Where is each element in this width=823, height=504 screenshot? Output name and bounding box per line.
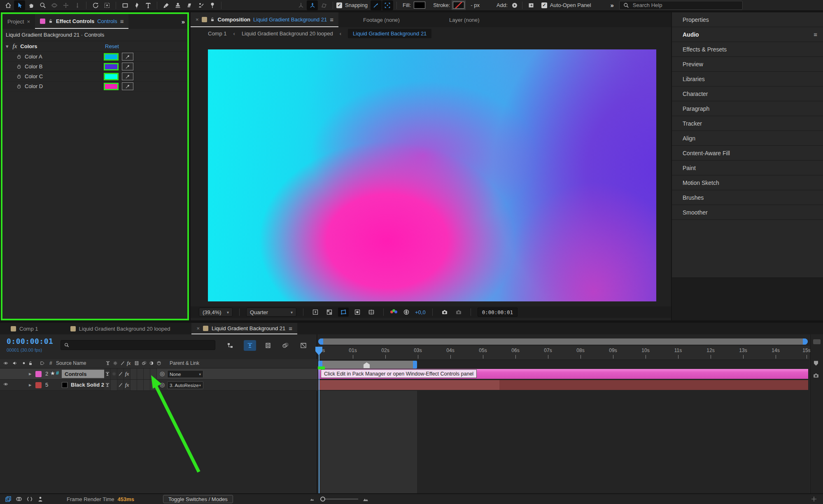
- camera-region-tool-icon[interactable]: [101, 0, 112, 10]
- puppet-pin-tool-icon[interactable]: [207, 0, 218, 10]
- graph-editor-icon[interactable]: [297, 340, 310, 351]
- snap-arrow-icon[interactable]: [371, 0, 382, 10]
- transfer-controls-icon[interactable]: [16, 496, 22, 502]
- layer-row-black-solid[interactable]: ▸ 5 Black Solid 2 fx ◎: [0, 380, 317, 391]
- sidebar-item-paint[interactable]: Paint: [672, 161, 823, 175]
- unlock-icon[interactable]: [210, 17, 215, 22]
- eyedropper-button[interactable]: [122, 72, 133, 80]
- close-icon[interactable]: ×: [27, 19, 30, 25]
- hand-tool-icon[interactable]: [26, 0, 37, 10]
- axis-local-icon[interactable]: [295, 0, 306, 10]
- sidebar-item-smoother[interactable]: Smoother: [672, 205, 823, 220]
- search-help-field[interactable]: Search Help: [619, 1, 743, 10]
- color-swatch[interactable]: [104, 53, 119, 61]
- sidebar-item-preview[interactable]: Preview: [672, 57, 823, 72]
- eyedropper-button[interactable]: [122, 53, 133, 61]
- render-queue-icon[interactable]: [37, 496, 44, 502]
- sidebar-item-motion-sketch[interactable]: Motion Sketch: [672, 175, 823, 190]
- adjustment-switch[interactable]: [144, 380, 150, 390]
- comp-marker[interactable]: [364, 362, 370, 368]
- quality-switch[interactable]: [117, 380, 124, 390]
- timeline-zoom-track[interactable]: [325, 499, 358, 499]
- stopwatch-icon[interactable]: [16, 74, 21, 79]
- layer-name-controls[interactable]: Controls: [62, 370, 105, 378]
- pan-camera-tool-icon[interactable]: [60, 0, 71, 10]
- sidebar-item-audio[interactable]: Audio≡: [672, 27, 823, 42]
- chevron-down-icon[interactable]: ▾: [6, 43, 9, 49]
- add-play-icon[interactable]: [511, 0, 519, 10]
- zoom-in-mountain-icon[interactable]: [362, 496, 369, 502]
- show-snapshot-icon[interactable]: [453, 308, 464, 317]
- mask-visibility-icon[interactable]: [352, 308, 363, 317]
- effect-group-header[interactable]: ▾ fx Colors Reset: [2, 41, 187, 52]
- dolly-camera-tool-icon[interactable]: [72, 0, 83, 10]
- breadcrumb-comp1[interactable]: Comp 1: [208, 30, 227, 37]
- in-out-columns-icon[interactable]: [26, 496, 33, 502]
- quality-switch[interactable]: [117, 369, 124, 379]
- tab-project[interactable]: Project ×: [2, 14, 35, 29]
- close-icon[interactable]: ×: [196, 325, 200, 331]
- panel-resize-icon[interactable]: [811, 496, 817, 502]
- comp-marker-bin-icon[interactable]: [813, 360, 819, 366]
- timeline-search-input[interactable]: [61, 340, 215, 350]
- timeline-zoom-knob[interactable]: [320, 497, 325, 502]
- composition-mini-flowchart-icon[interactable]: [224, 340, 236, 351]
- guides-options-icon[interactable]: [366, 308, 377, 317]
- stroke-label[interactable]: Stroke:: [433, 2, 450, 8]
- motion-blur-switch[interactable]: [137, 369, 144, 379]
- snapshot-icon[interactable]: [439, 308, 450, 317]
- eyedropper-button[interactable]: [122, 63, 133, 70]
- shy-switch[interactable]: [104, 369, 111, 379]
- pen-tool-icon[interactable]: [131, 0, 142, 10]
- layer-bar-black-solid[interactable]: [318, 380, 808, 390]
- work-area-bar[interactable]: [318, 361, 417, 369]
- layer-name-black-solid[interactable]: Black Solid 2: [71, 382, 104, 388]
- breadcrumb-current[interactable]: Liquid Gradient Background 21: [348, 29, 431, 38]
- panel-menu-icon[interactable]: ≡: [120, 18, 124, 25]
- parent-dropdown[interactable]: 3. AutoResize ▾: [167, 381, 203, 389]
- expand-layers-icon[interactable]: [5, 496, 12, 502]
- 3d-switch[interactable]: [150, 380, 157, 390]
- shy-toggle-icon[interactable]: [244, 340, 256, 351]
- playhead-line[interactable]: [319, 348, 319, 493]
- layer-label-chip[interactable]: [35, 371, 42, 377]
- roto-brush-tool-icon[interactable]: [195, 0, 206, 10]
- color-swatch[interactable]: [104, 73, 119, 80]
- sidebar-item-character[interactable]: Character: [672, 86, 823, 101]
- axis-world-icon[interactable]: [307, 0, 318, 10]
- 3d-switch[interactable]: [150, 369, 157, 379]
- sidebar-item-effects-presets[interactable]: Effects & Presets: [672, 42, 823, 57]
- toggle-switches-modes-button[interactable]: Toggle Switches / Modes: [163, 495, 233, 503]
- source-name-column-label[interactable]: Source Name: [56, 360, 86, 366]
- timeline-tab-comp1[interactable]: Comp 1: [6, 323, 43, 334]
- channel-colors-icon[interactable]: [390, 309, 398, 315]
- home-icon[interactable]: [2, 0, 14, 10]
- clone-stamp-tool-icon[interactable]: [172, 0, 183, 10]
- stopwatch-icon[interactable]: [16, 64, 21, 69]
- frame-blend-switch[interactable]: [131, 369, 137, 379]
- frame-blend-switch[interactable]: [131, 380, 137, 390]
- expand-layer-icon[interactable]: ▸: [29, 382, 32, 388]
- parent-pickwhip-icon[interactable]: ◎: [160, 370, 165, 377]
- auto-open-checkbox[interactable]: ✓: [541, 2, 547, 8]
- sidebar-item-content-aware-fill[interactable]: Content-Aware Fill: [672, 146, 823, 161]
- color-swatch[interactable]: [104, 63, 119, 70]
- resolution-dropdown[interactable]: Quarter ▾: [246, 308, 296, 317]
- fill-label[interactable]: Fill:: [403, 2, 411, 8]
- current-time-display[interactable]: 0:00:00:01: [7, 337, 53, 345]
- layer-label-chip[interactable]: [35, 382, 42, 388]
- sidebar-item-tracker[interactable]: Tracker: [672, 116, 823, 131]
- panel-overflow-icon[interactable]: »: [178, 14, 187, 29]
- sidebar-item-align[interactable]: Align: [672, 131, 823, 146]
- eye-icon[interactable]: [3, 382, 8, 387]
- layer-row-controls[interactable]: ▸ 2 ★ # Controls fx: [0, 369, 317, 380]
- brush-tool-icon[interactable]: [161, 0, 172, 10]
- panel-menu-icon[interactable]: ≡: [289, 325, 292, 332]
- tab-effect-controls[interactable]: Effect Controls Controls ≡: [35, 14, 128, 29]
- sidebar-item-properties[interactable]: Properties: [672, 12, 823, 27]
- work-area-end-handle[interactable]: [413, 361, 417, 369]
- eyedropper-button[interactable]: [122, 82, 133, 90]
- timeline-tab-current[interactable]: × Liquid Gradient Background 21 ≡: [191, 323, 297, 334]
- preview-time-display[interactable]: 0:00:00:01: [478, 308, 518, 317]
- expand-layer-icon[interactable]: ▸: [29, 371, 32, 377]
